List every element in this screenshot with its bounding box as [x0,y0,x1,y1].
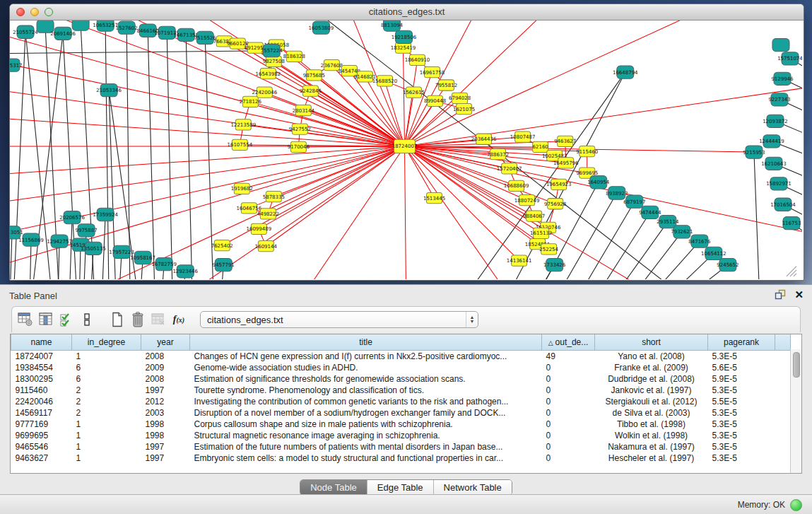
resize-grip-icon[interactable] [787,267,796,276]
table-cell: Tibbo et al. (1998) [595,419,708,430]
delete-column-icon[interactable] [129,310,147,329]
table-cell: 1998 [141,419,190,430]
table-cell: de Silva et al. (2003) [595,407,708,419]
graph-node-label: 8990448 [424,98,446,104]
graph-edge [10,233,12,279]
graph-node-label: 9129946 [771,76,794,82]
graph-node-label: 15720407 [497,165,522,172]
vertical-scrollbar[interactable] [790,349,801,473]
graph-node-label: 9875685 [303,72,325,78]
table-tabbar: Node TableEdge TableNetwork Table [0,479,812,496]
graph-edge [186,35,192,279]
graph-node-label: 18807249 [514,197,540,204]
graph-edge [404,146,505,279]
table-cell: 49 [542,351,595,363]
table-cell: 5.6E-5 [708,362,775,373]
table-cell: Nakamura et al. (1997) [595,441,708,452]
graph-node-label: 12923446 [172,268,198,274]
table-cell: 5.9E-5 [708,373,775,385]
table-cell: 9463627 [11,452,72,464]
tab-node-table[interactable]: Node Table [300,480,367,495]
create-column-icon[interactable] [108,310,126,329]
close-panel-icon[interactable]: ✕ [794,289,804,300]
graph-node-label: 12942757 [47,238,72,245]
column-header-in-degree[interactable]: in_degree [72,334,141,351]
table-cell: Franke et al. (2009) [595,362,708,373]
network-canvas[interactable]: 1872400776638229660128891295415226058982… [10,21,802,279]
table-row[interactable]: 1938455462009Genome-wide association stu… [11,362,791,373]
table-row[interactable]: 946554611997Estimation of the future num… [11,441,791,452]
table-row[interactable]: 946362711997Embryonic stem cells: a mode… [11,452,791,464]
delete-table-icon[interactable] [149,310,167,329]
float-window-icon[interactable] [775,289,786,300]
graph-edge [754,152,760,279]
tab-edge-table[interactable]: Edge Table [367,480,434,495]
table-cell: 1997 [141,452,190,464]
graph-node-label: 9427552 [289,126,311,132]
graph-node-label: 16648794 [613,69,638,76]
table-panel-header: Table Panel ✕ [0,285,812,306]
column-header-name[interactable]: name [11,334,72,351]
table-cell: 0 [542,396,595,407]
graph-edge [105,25,109,279]
graph-node[interactable] [772,38,789,51]
column-header-title[interactable]: title [190,334,542,351]
table-cell: 1998 [141,430,190,441]
tab-network-table[interactable]: Network Table [434,480,512,495]
table-row[interactable]: 1456911722003Disruption of a novel membe… [11,407,791,419]
table-cell: Stergiakouli et al. (2012) [595,396,708,407]
graph-node-label: 1919682 [231,185,253,192]
table-cell: 6 [72,362,141,373]
graph-node-label: 18325419 [391,45,416,51]
graph-node-label: 2065317 [10,62,23,69]
node-table: namein_degreeyeartitle△out_de...shortpag… [11,334,791,464]
table-selector[interactable]: citations_edges.txt ▲▼ [200,311,478,328]
table-settings-icon[interactable] [16,310,35,329]
memory-status-indicator-icon[interactable] [790,499,802,511]
select-mode-icon[interactable] [57,310,76,329]
column-header-short[interactable]: short [595,334,708,351]
table-cell: Estimation of significance thresholds fo… [190,373,542,385]
graph-node-label: 16099489 [247,226,272,232]
row-height-icon[interactable] [78,310,96,329]
table-panel: Table Panel ✕ [0,284,812,514]
table-cell: 1997 [141,385,190,396]
graph-node-label: 10653257 [93,22,118,28]
show-columns-icon[interactable] [37,310,55,329]
graph-node-label: 19654923 [546,181,572,187]
graph-edge [250,102,404,146]
graph-node-label: 7955812 [435,82,457,88]
sort-ascending-icon: △ [548,339,553,346]
table-cell: 22420046 [11,396,72,407]
table-row[interactable]: 911546021997Tourette syndrome. Phenomeno… [11,385,791,396]
network-view[interactable]: 1872400776638229660128891295415226058982… [10,21,802,279]
column-header-out-de-[interactable]: △out_de... [542,334,595,351]
function-builder-icon[interactable]: f(x) [170,310,188,329]
table-row[interactable]: 977716911998Corpus callosum shape and si… [11,419,791,430]
table-row[interactable]: 1872400712008Changes of HCN gene express… [11,351,791,363]
window-titlebar[interactable]: citations_edges.txt [10,4,804,21]
table-cell: Genome-wide association studies in ADHD. [190,362,542,373]
table-selector-value: citations_edges.txt [201,315,466,325]
graph-edge [148,30,155,279]
column-header-year[interactable]: year [141,334,190,351]
graph-node-label: 9474444 [639,209,661,216]
table-row[interactable]: 2242004622012Investigating the contribut… [11,396,791,407]
graph-node-label: 252254 [539,246,558,252]
table-row[interactable]: 1830029562008Estimation of significance … [11,373,791,385]
graph-node-label: 15751074 [777,55,802,62]
table-cell: 9465546 [11,441,72,452]
graph-node-label: 21053346 [96,87,122,93]
table-cell: 9777169 [11,419,72,430]
graph-node-label: 16782759 [151,261,177,267]
table-row[interactable]: 969969511998Structural magnetic resonanc… [11,430,791,441]
scrollbar-thumb[interactable] [793,352,800,378]
column-header-pagerank[interactable]: pagerank [708,334,775,351]
graph-node-label: 7557224 [261,47,283,54]
graph-node-label: 9884067 [523,213,545,219]
table-cell: 5.3E-5 [708,351,775,363]
graph-node-label: 2718126 [240,98,262,105]
graph-node-label: 1615132 [530,230,552,236]
graph-node[interactable] [72,21,89,30]
graph-node-label: 12213589 [230,122,256,128]
